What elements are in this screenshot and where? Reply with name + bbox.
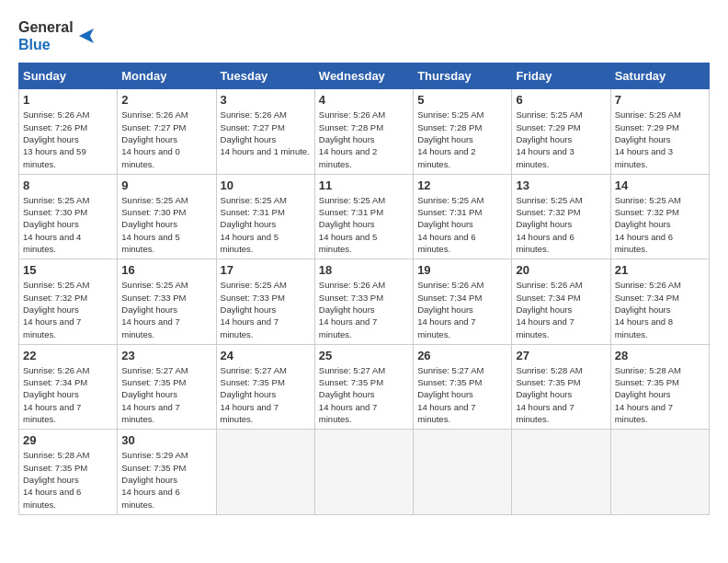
day-number: 4 bbox=[319, 93, 409, 107]
day-number: 2 bbox=[121, 93, 211, 107]
day-number: 1 bbox=[23, 93, 113, 107]
week-row-3: 15 Sunrise: 5:25 AMSunset: 7:32 PMDaylig… bbox=[19, 259, 710, 344]
calendar-cell: 8 Sunrise: 5:25 AMSunset: 7:30 PMDayligh… bbox=[19, 174, 118, 259]
logo: General Blue bbox=[18, 18, 96, 53]
week-row-5: 29 Sunrise: 5:28 AMSunset: 7:35 PMDaylig… bbox=[19, 430, 710, 514]
header-row: SundayMondayTuesdayWednesdayThursdayFrid… bbox=[19, 63, 710, 89]
day-info: Sunrise: 5:26 AMSunset: 7:34 PMDaylight … bbox=[615, 279, 705, 339]
calendar-cell: 7 Sunrise: 5:25 AMSunset: 7:29 PMDayligh… bbox=[610, 89, 709, 174]
col-header-saturday: Saturday bbox=[610, 63, 709, 89]
day-number: 3 bbox=[221, 93, 311, 107]
calendar-cell: 28 Sunrise: 5:28 AMSunset: 7:35 PMDaylig… bbox=[610, 344, 709, 429]
day-number: 7 bbox=[615, 93, 705, 107]
day-info: Sunrise: 5:25 AMSunset: 7:32 PMDaylight … bbox=[23, 279, 113, 339]
day-info: Sunrise: 5:28 AMSunset: 7:35 PMDaylight … bbox=[516, 364, 606, 425]
calendar-cell: 17 Sunrise: 5:25 AMSunset: 7:33 PMDaylig… bbox=[216, 259, 314, 344]
day-number: 25 bbox=[319, 349, 409, 362]
day-number: 16 bbox=[121, 263, 211, 277]
day-info: Sunrise: 5:27 AMSunset: 7:35 PMDaylight … bbox=[121, 364, 211, 425]
calendar-cell bbox=[512, 430, 610, 514]
calendar-cell: 1 Sunrise: 5:26 AMSunset: 7:26 PMDayligh… bbox=[19, 89, 118, 174]
calendar-cell: 3 Sunrise: 5:26 AMSunset: 7:27 PMDayligh… bbox=[216, 89, 314, 174]
calendar-cell: 22 Sunrise: 5:26 AMSunset: 7:34 PMDaylig… bbox=[19, 344, 118, 429]
day-info: Sunrise: 5:26 AMSunset: 7:34 PMDaylight … bbox=[23, 364, 113, 425]
calendar-cell: 29 Sunrise: 5:28 AMSunset: 7:35 PMDaylig… bbox=[19, 430, 118, 514]
day-number: 21 bbox=[615, 263, 705, 277]
day-info: Sunrise: 5:26 AMSunset: 7:27 PMDaylight … bbox=[121, 109, 211, 169]
day-number: 15 bbox=[23, 263, 113, 277]
day-info: Sunrise: 5:25 AMSunset: 7:32 PMDaylight … bbox=[516, 194, 606, 255]
day-info: Sunrise: 5:26 AMSunset: 7:33 PMDaylight … bbox=[319, 279, 409, 339]
day-info: Sunrise: 5:25 AMSunset: 7:33 PMDaylight … bbox=[221, 279, 311, 339]
day-info: Sunrise: 5:25 AMSunset: 7:32 PMDaylight … bbox=[615, 194, 705, 255]
day-info: Sunrise: 5:25 AMSunset: 7:30 PMDaylight … bbox=[23, 194, 113, 255]
col-header-monday: Monday bbox=[118, 63, 216, 89]
calendar-cell: 11 Sunrise: 5:25 AMSunset: 7:31 PMDaylig… bbox=[314, 174, 413, 259]
day-number: 27 bbox=[516, 349, 606, 362]
day-number: 19 bbox=[417, 263, 507, 277]
calendar-cell: 25 Sunrise: 5:27 AMSunset: 7:35 PMDaylig… bbox=[314, 344, 413, 429]
day-number: 18 bbox=[319, 263, 409, 277]
day-info: Sunrise: 5:29 AMSunset: 7:35 PMDaylight … bbox=[121, 449, 211, 510]
svg-marker-0 bbox=[79, 29, 94, 43]
calendar-cell bbox=[314, 430, 413, 514]
day-number: 22 bbox=[23, 349, 113, 362]
calendar-cell: 23 Sunrise: 5:27 AMSunset: 7:35 PMDaylig… bbox=[118, 344, 216, 429]
day-number: 26 bbox=[417, 349, 507, 362]
day-info: Sunrise: 5:26 AMSunset: 7:28 PMDaylight … bbox=[319, 109, 409, 169]
calendar-cell bbox=[610, 430, 709, 514]
day-number: 30 bbox=[121, 433, 211, 447]
day-number: 6 bbox=[516, 93, 606, 107]
day-info: Sunrise: 5:25 AMSunset: 7:29 PMDaylight … bbox=[615, 109, 705, 169]
day-info: Sunrise: 5:26 AMSunset: 7:34 PMDaylight … bbox=[417, 279, 507, 339]
col-header-friday: Friday bbox=[512, 63, 610, 89]
day-number: 14 bbox=[615, 178, 705, 192]
week-row-1: 1 Sunrise: 5:26 AMSunset: 7:26 PMDayligh… bbox=[19, 89, 710, 174]
calendar-cell: 5 Sunrise: 5:25 AMSunset: 7:28 PMDayligh… bbox=[414, 89, 512, 174]
calendar-cell: 26 Sunrise: 5:27 AMSunset: 7:35 PMDaylig… bbox=[414, 344, 512, 429]
logo-blue: Blue bbox=[18, 37, 51, 52]
day-number: 23 bbox=[121, 349, 211, 362]
calendar-cell: 10 Sunrise: 5:25 AMSunset: 7:31 PMDaylig… bbox=[216, 174, 314, 259]
day-info: Sunrise: 5:25 AMSunset: 7:31 PMDaylight … bbox=[221, 194, 311, 255]
calendar-cell: 16 Sunrise: 5:25 AMSunset: 7:33 PMDaylig… bbox=[118, 259, 216, 344]
calendar-cell: 18 Sunrise: 5:26 AMSunset: 7:33 PMDaylig… bbox=[314, 259, 413, 344]
calendar-table: SundayMondayTuesdayWednesdayThursdayFrid… bbox=[18, 63, 710, 514]
week-row-2: 8 Sunrise: 5:25 AMSunset: 7:30 PMDayligh… bbox=[19, 174, 710, 259]
day-info: Sunrise: 5:25 AMSunset: 7:33 PMDaylight … bbox=[121, 279, 211, 339]
day-info: Sunrise: 5:25 AMSunset: 7:31 PMDaylight … bbox=[417, 194, 507, 255]
col-header-tuesday: Tuesday bbox=[216, 63, 314, 89]
day-number: 8 bbox=[23, 178, 113, 192]
day-number: 12 bbox=[417, 178, 507, 192]
day-number: 24 bbox=[221, 349, 311, 362]
logo-text: General Blue bbox=[18, 18, 74, 53]
day-info: Sunrise: 5:28 AMSunset: 7:35 PMDaylight … bbox=[23, 449, 113, 510]
day-info: Sunrise: 5:28 AMSunset: 7:35 PMDaylight … bbox=[615, 364, 705, 425]
calendar-cell: 2 Sunrise: 5:26 AMSunset: 7:27 PMDayligh… bbox=[118, 89, 216, 174]
calendar-cell: 14 Sunrise: 5:25 AMSunset: 7:32 PMDaylig… bbox=[610, 174, 709, 259]
day-number: 9 bbox=[121, 178, 211, 192]
day-info: Sunrise: 5:27 AMSunset: 7:35 PMDaylight … bbox=[221, 364, 311, 425]
calendar-cell: 27 Sunrise: 5:28 AMSunset: 7:35 PMDaylig… bbox=[512, 344, 610, 429]
day-number: 10 bbox=[221, 178, 311, 192]
day-number: 20 bbox=[516, 263, 606, 277]
calendar-cell: 6 Sunrise: 5:25 AMSunset: 7:29 PMDayligh… bbox=[512, 89, 610, 174]
week-row-4: 22 Sunrise: 5:26 AMSunset: 7:34 PMDaylig… bbox=[19, 344, 710, 429]
col-header-thursday: Thursday bbox=[414, 63, 512, 89]
calendar-cell: 4 Sunrise: 5:26 AMSunset: 7:28 PMDayligh… bbox=[314, 89, 413, 174]
calendar-cell: 12 Sunrise: 5:25 AMSunset: 7:31 PMDaylig… bbox=[414, 174, 512, 259]
calendar-cell: 20 Sunrise: 5:26 AMSunset: 7:34 PMDaylig… bbox=[512, 259, 610, 344]
logo-arrow-icon bbox=[77, 27, 96, 45]
calendar-cell: 15 Sunrise: 5:25 AMSunset: 7:32 PMDaylig… bbox=[19, 259, 118, 344]
col-header-wednesday: Wednesday bbox=[314, 63, 413, 89]
day-info: Sunrise: 5:25 AMSunset: 7:28 PMDaylight … bbox=[417, 109, 507, 169]
day-number: 29 bbox=[23, 433, 113, 447]
day-number: 28 bbox=[615, 349, 705, 362]
day-number: 13 bbox=[516, 178, 606, 192]
calendar-cell: 21 Sunrise: 5:26 AMSunset: 7:34 PMDaylig… bbox=[610, 259, 709, 344]
day-info: Sunrise: 5:26 AMSunset: 7:34 PMDaylight … bbox=[516, 279, 606, 339]
calendar-cell bbox=[216, 430, 314, 514]
logo-general: General bbox=[18, 19, 74, 35]
calendar-cell: 9 Sunrise: 5:25 AMSunset: 7:30 PMDayligh… bbox=[118, 174, 216, 259]
day-info: Sunrise: 5:25 AMSunset: 7:31 PMDaylight … bbox=[319, 194, 409, 255]
